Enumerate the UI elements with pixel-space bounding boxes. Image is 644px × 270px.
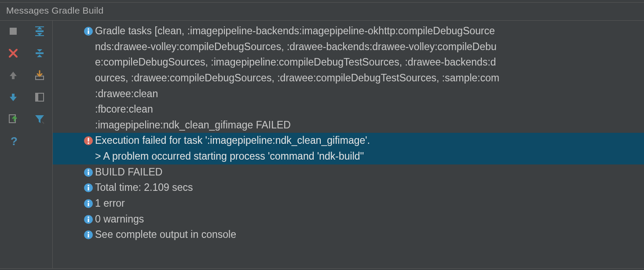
stop-button[interactable] — [6, 24, 20, 38]
close-icon — [8, 48, 18, 58]
messages-panel: Messages Gradle Build — [0, 0, 644, 270]
svg-rect-29 — [88, 234, 89, 237]
message-text: ources, :drawee:compileDebugSources, :dr… — [53, 70, 644, 86]
prev-message-button[interactable] — [6, 68, 20, 82]
svg-rect-11 — [88, 30, 89, 34]
export-button[interactable] — [6, 112, 20, 126]
svg-point-18 — [88, 169, 89, 171]
message-text: :drawee:clean — [53, 86, 644, 102]
message-text: Total time: 2.109 secs — [95, 180, 193, 196]
svg-point-15 — [88, 142, 89, 144]
close-button[interactable] — [6, 46, 20, 60]
arrow-down-icon — [8, 92, 18, 102]
svg-rect-17 — [88, 171, 89, 175]
toolbar: ? — [0, 21, 53, 268]
layout-button[interactable] — [33, 90, 47, 104]
message-text: nds:drawee-volley:compileDebugSources, :… — [53, 39, 644, 55]
panel-title: Messages Gradle Build — [0, 3, 644, 21]
message-info[interactable]: See complete output in console — [53, 227, 644, 243]
message-error[interactable]: Execution failed for task ':imagepipelin… — [53, 133, 644, 164]
svg-point-12 — [88, 28, 89, 30]
svg-rect-3 — [36, 30, 44, 32]
message-info[interactable]: 1 error — [53, 196, 644, 212]
arrow-up-icon — [8, 70, 18, 80]
info-icon — [84, 215, 93, 224]
svg-point-21 — [88, 185, 89, 187]
messages-tree[interactable]: Gradle tasks [clean, :imagepipeline-back… — [53, 21, 644, 268]
svg-point-30 — [88, 232, 89, 234]
info-icon — [84, 230, 93, 240]
info-icon — [84, 183, 93, 193]
filter-button[interactable] — [33, 112, 47, 126]
next-message-button[interactable] — [6, 90, 20, 104]
message-text: Gradle tasks [clean, :imagepipeline-back… — [95, 23, 495, 39]
svg-rect-9 — [36, 93, 38, 101]
message-text: :imagepipeline:ndk_clean_gifimage FAILED — [53, 117, 644, 133]
svg-rect-6 — [36, 52, 44, 54]
svg-rect-20 — [88, 187, 89, 190]
svg-rect-14 — [88, 138, 89, 142]
svg-point-27 — [88, 216, 89, 218]
filter-icon — [34, 114, 45, 124]
svg-point-24 — [88, 201, 89, 202]
info-icon — [84, 199, 93, 208]
svg-rect-5 — [35, 35, 44, 36]
toolbar-col-2 — [31, 24, 48, 268]
svg-rect-0 — [10, 28, 17, 35]
expand-all-button[interactable] — [33, 24, 47, 38]
message-info-tasks[interactable]: Gradle tasks [clean, :imagepipeline-back… — [53, 23, 644, 133]
stop-icon — [9, 27, 18, 36]
export-icon — [8, 114, 18, 124]
svg-text:?: ? — [11, 135, 18, 147]
help-button[interactable]: ? — [6, 134, 20, 148]
expand-all-icon — [34, 26, 45, 36]
message-text: 0 warnings — [95, 212, 144, 227]
help-icon: ? — [8, 135, 18, 147]
import-icon — [34, 70, 45, 80]
message-text: e:compileDebugSources, :imagepipeline:co… — [53, 55, 644, 70]
message-info[interactable]: Total time: 2.109 secs — [53, 180, 644, 196]
toolbar-col-1: ? — [4, 24, 22, 268]
message-text: See complete output in console — [95, 227, 236, 243]
collapse-all-button[interactable] — [33, 46, 47, 60]
message-text: BUILD FAILED — [95, 164, 162, 180]
message-text: 1 error — [95, 196, 125, 212]
svg-rect-23 — [88, 203, 89, 206]
message-text: Execution failed for task ':imagepipelin… — [95, 133, 370, 149]
message-text: :fbcore:clean — [53, 102, 644, 117]
info-icon — [84, 168, 93, 177]
info-icon — [84, 26, 93, 36]
message-info[interactable]: 0 warnings — [53, 212, 644, 227]
layout-icon — [35, 92, 44, 102]
svg-rect-4 — [35, 26, 44, 27]
message-info[interactable]: BUILD FAILED — [53, 164, 644, 180]
svg-rect-26 — [88, 219, 89, 222]
bottom-border — [0, 268, 644, 270]
message-text: > A problem occurred starting process 'c… — [53, 149, 644, 164]
collapse-all-icon — [34, 48, 45, 58]
panel-body: ? — [0, 21, 644, 268]
error-icon — [84, 136, 93, 146]
import-button[interactable] — [33, 68, 47, 82]
